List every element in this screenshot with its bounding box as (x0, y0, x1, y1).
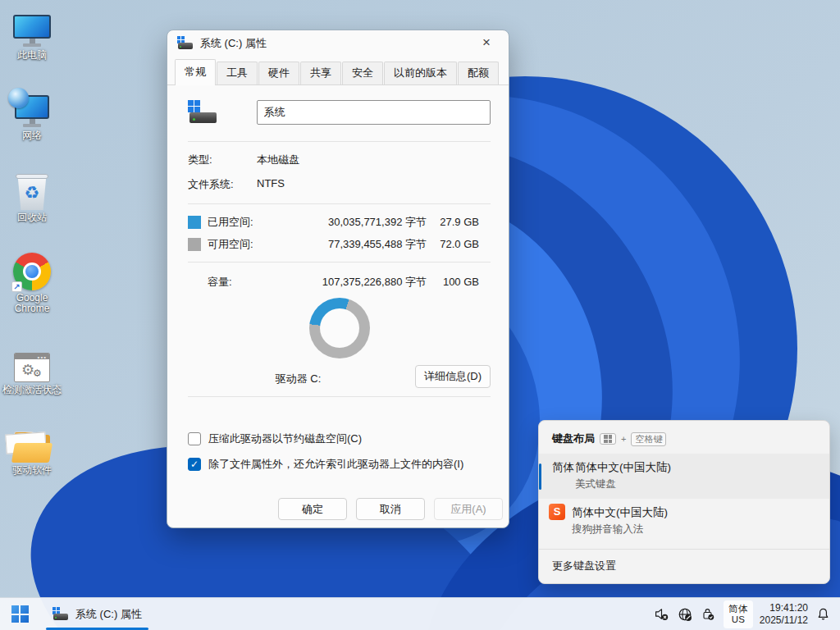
folder-icon (13, 431, 51, 463)
index-checkbox-label: 除了文件属性外，还允许索引此驱动器上文件的内容(I) (208, 457, 463, 472)
ime-badge-jianti: 简体 (552, 460, 575, 475)
volume-muted-icon[interactable] (655, 607, 669, 621)
dialog-tabs: 常规 工具 硬件 共享 安全 以前的版本 配额 (167, 56, 509, 85)
used-space-bytes: 30,035,771,392 字节 (291, 215, 427, 230)
notification-bell-icon[interactable] (816, 607, 830, 621)
desktop-icon-chrome[interactable]: ↗ Google Chrome (0, 248, 64, 340)
drive-icon (177, 36, 194, 50)
type-label: 类型: (188, 153, 257, 167)
gears-window-icon: •••⚙⚙ (14, 353, 50, 382)
apply-button[interactable]: 应用(A) (434, 498, 503, 520)
index-checkbox[interactable]: ✓ (188, 458, 201, 471)
capacity-size: 100 GB (427, 276, 479, 288)
language-bottom: US (732, 614, 745, 625)
tab-page-general: 类型: 本地磁盘 文件系统: NTFS 已用空间: 30,035,771,392… (167, 98, 509, 472)
chrome-icon: ↗ (13, 253, 51, 290)
plus-separator: + (621, 434, 626, 444)
properties-dialog: 系统 (C:) 属性 × 常规 工具 硬件 共享 安全 以前的版本 配额 类型:… (167, 30, 509, 528)
desktop-icon-label: 此电脑 (17, 50, 47, 61)
disk-usage-donut (309, 298, 370, 358)
close-icon[interactable]: × (472, 34, 500, 53)
free-space-size: 72.0 GB (427, 238, 479, 250)
tab-tools[interactable]: 工具 (217, 62, 258, 84)
tab-sharing[interactable]: 共享 (300, 62, 341, 84)
desktop-screen: 此电脑 网络 ♻ 回收站 ↗ Google Chrome •••⚙⚙ 检测激活状… (0, 0, 840, 630)
network-offline-icon[interactable] (678, 607, 692, 622)
security-check-icon[interactable] (701, 607, 714, 621)
tab-security[interactable]: 安全 (342, 62, 383, 84)
dialog-titlebar[interactable]: 系统 (C:) 属性 × (167, 30, 509, 56)
active-app-indicator (46, 628, 148, 630)
divider (188, 396, 491, 397)
shortcut-arrow-icon: ↗ (11, 281, 22, 292)
globe-icon (8, 88, 29, 108)
details-button[interactable]: 详细信息(D) (415, 365, 491, 388)
input-method-title: 简体中文(中国大陆) (575, 460, 671, 475)
network-icon (15, 95, 49, 128)
filesystem-label: 文件系统: (188, 177, 257, 192)
keyboard-layout-popup: 键盘布局 + 空格键 简体 简体中文(中国大陆) 美式键盘 S 简体中文(中国大… (538, 420, 830, 584)
capacity-label: 容量: (208, 275, 291, 290)
desktop-icon-label: Google Chrome (7, 293, 57, 314)
cancel-button[interactable]: 取消 (356, 498, 425, 520)
free-space-row: 可用空间: 77,339,455,488 字节 72.0 GB (188, 233, 479, 255)
more-keyboard-settings-link[interactable]: 更多键盘设置 (539, 550, 829, 582)
input-method-subtitle: 搜狗拼音输入法 (572, 523, 816, 536)
free-space-label: 可用空间: (208, 237, 291, 252)
drive-letter-label: 驱动器 C: (188, 372, 409, 386)
desktop-icon-network[interactable]: 网络 (0, 85, 64, 167)
input-method-title: 简体中文(中国大陆) (572, 505, 668, 520)
drive-icon-large (188, 100, 217, 125)
spacebar-keycap: 空格键 (631, 432, 666, 446)
system-tray: 简体 US 19:41:20 2025/11/12 (655, 598, 840, 630)
input-method-item-us[interactable]: 简体 简体中文(中国大陆) 美式键盘 (539, 454, 829, 499)
this-pc-icon (13, 15, 51, 48)
language-indicator[interactable]: 简体 US (724, 600, 753, 628)
index-checkbox-row[interactable]: ✓ 除了文件属性外，还允许索引此驱动器上文件的内容(I) (188, 457, 491, 472)
tab-quota[interactable]: 配额 (458, 62, 499, 84)
taskbar-app-properties[interactable]: 系统 (C:) 属性 (43, 598, 152, 630)
used-space-row: 已用空间: 30,035,771,392 字节 27.9 GB (188, 211, 479, 233)
desktop-icon-recycle-bin[interactable]: ♻ 回收站 (0, 167, 64, 248)
tab-previous-versions[interactable]: 以前的版本 (384, 62, 457, 84)
input-method-item-sogou[interactable]: S 简体中文(中国大陆) 搜狗拼音输入法 (539, 499, 829, 544)
free-space-swatch (188, 238, 201, 251)
taskbar: 系统 (C:) 属性 简体 US 19:41:20 2025/11/12 (0, 597, 840, 630)
tab-hardware[interactable]: 硬件 (258, 62, 299, 84)
desktop-icon-activation-check[interactable]: •••⚙⚙ 检测激活状态 (0, 340, 64, 420)
clock-date: 2025/11/12 (760, 614, 808, 627)
sogou-icon: S (549, 504, 565, 520)
start-button[interactable] (3, 598, 36, 630)
desktop-icon-list: 此电脑 网络 ♻ 回收站 ↗ Google Chrome •••⚙⚙ 检测激活状… (0, 5, 64, 500)
desktop-icon-label: 回收站 (17, 212, 47, 223)
free-space-bytes: 77,339,455,488 字节 (291, 237, 427, 252)
desktop-icon-label: 网络 (22, 130, 42, 141)
windows-key-icon (600, 433, 616, 445)
volume-name-input[interactable] (257, 100, 491, 125)
drive-icon (52, 607, 69, 621)
clock-time: 19:41:20 (760, 602, 808, 614)
input-method-subtitle: 美式键盘 (575, 477, 816, 491)
language-top: 简体 (728, 604, 747, 614)
dialog-title: 系统 (C:) 属性 (200, 36, 267, 51)
filesystem-value: NTFS (257, 177, 491, 192)
desktop-icon-label: 驱动软件 (12, 465, 52, 476)
compress-checkbox[interactable] (188, 432, 201, 445)
taskbar-clock[interactable]: 19:41:20 2025/11/12 (760, 602, 808, 627)
used-space-label: 已用空间: (208, 215, 291, 230)
taskbar-app-title: 系统 (C:) 属性 (75, 607, 142, 622)
tab-general[interactable]: 常规 (175, 59, 216, 85)
capacity-bytes: 107,375,226,880 字节 (291, 275, 427, 290)
used-space-swatch (188, 216, 201, 229)
compress-checkbox-row[interactable]: 压缩此驱动器以节约磁盘空间(C) (188, 431, 491, 446)
type-value: 本地磁盘 (257, 153, 491, 167)
recycle-bin-icon: ♻ (16, 174, 48, 210)
capacity-row: 容量: 107,375,226,880 字节 100 GB (188, 271, 479, 293)
desktop-icon-driver-software[interactable]: 驱动软件 (0, 420, 64, 500)
used-space-size: 27.9 GB (427, 216, 479, 228)
windows-logo-icon (11, 605, 29, 623)
ok-button[interactable]: 确定 (278, 498, 347, 520)
compress-checkbox-label: 压缩此驱动器以节约磁盘空间(C) (208, 431, 362, 446)
desktop-icon-this-pc[interactable]: 此电脑 (0, 5, 64, 85)
keyboard-layout-title: 键盘布局 (552, 431, 595, 446)
